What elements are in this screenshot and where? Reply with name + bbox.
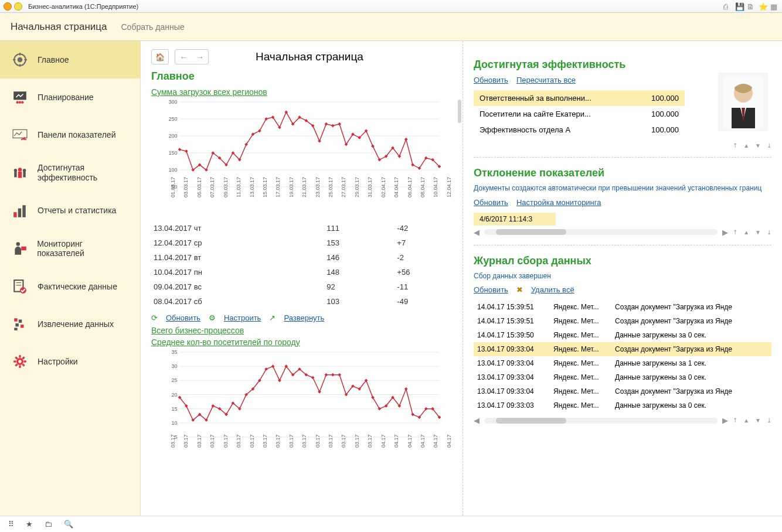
nav-back-forward[interactable]: ←→ xyxy=(175,49,209,64)
sidebar-item-planning[interactable]: Планирование xyxy=(0,79,140,116)
page-title: Начальная страница xyxy=(256,50,363,63)
chart1-title-link[interactable]: Сумма загрузок всех регионов xyxy=(151,87,267,97)
sidebar-item-main[interactable]: Главное xyxy=(0,41,140,79)
scrollbar[interactable] xyxy=(458,100,461,123)
search-icon[interactable]: 🔍 xyxy=(64,520,73,528)
refresh-link[interactable]: Обновить xyxy=(166,313,200,322)
svg-rect-142 xyxy=(411,413,414,417)
svg-rect-29 xyxy=(15,323,18,326)
dev-nav-arrows[interactable]: ⤒▲▼⤓ xyxy=(733,229,771,236)
scroll-right-icon[interactable]: ▶ xyxy=(722,416,728,425)
chart2-xaxis: 03.1703.1703.1703.1703.1703.1703.1703.17… xyxy=(151,442,452,448)
svg-rect-87 xyxy=(404,138,408,141)
svg-rect-74 xyxy=(318,139,321,143)
svg-text:10: 10 xyxy=(171,420,177,426)
sidebar-item-monitoring[interactable]: Мониторинг показателей xyxy=(0,230,140,268)
header-collect-data-link[interactable]: Собрать данные xyxy=(121,22,185,32)
dev-refresh-link[interactable]: Обновить xyxy=(474,198,508,207)
panel-journal: Журнал сбора данных Сбор данных завершен… xyxy=(474,245,771,434)
table-row[interactable]: 14.04.17 15:39:51Яндекс. Мет...Создан до… xyxy=(474,314,771,328)
horizontal-scrollbar[interactable] xyxy=(484,418,718,424)
sidebar-item-dashboards[interactable]: Панели показателей xyxy=(0,116,140,154)
svg-line-39 xyxy=(15,364,17,366)
presentation-icon xyxy=(11,88,29,107)
table-row[interactable]: 13.04.2017 чт111-42 xyxy=(151,221,452,236)
bp-link[interactable]: Всего бизнес-процессов xyxy=(151,326,244,335)
table-row[interactable]: 08.04.2017 сб103-49 xyxy=(151,294,452,309)
table-row[interactable]: 13.04.17 09:33:03Яндекс. Мет...Данные за… xyxy=(474,398,771,412)
table-row[interactable]: 12.04.2017 ср153+7 xyxy=(151,236,452,250)
dev-settings-link[interactable]: Настройка мониторинга xyxy=(516,198,601,207)
target-icon xyxy=(11,50,29,69)
sidebar-item-reports[interactable]: Отчеты и статистика xyxy=(0,192,140,230)
header-active-page[interactable]: Начальная страница xyxy=(11,21,107,33)
svg-rect-121 xyxy=(271,364,275,368)
table-row[interactable]: 10.04.2017 пн148+56 xyxy=(151,265,452,279)
sidebar-item-settings[interactable]: Настройки xyxy=(0,343,140,380)
svg-rect-27 xyxy=(14,318,17,321)
list-item[interactable]: Посетители на сайте Екатери...100.000 xyxy=(474,106,685,122)
journal-nav-arrows[interactable]: ⤒▲▼⤓ xyxy=(733,417,771,424)
svg-point-8 xyxy=(19,101,21,104)
svg-rect-75 xyxy=(325,122,328,126)
svg-point-12 xyxy=(18,168,22,172)
print-icon[interactable]: ⎙ xyxy=(723,2,732,11)
deviation-row-peek[interactable]: 4/6/2017 11:14:3 xyxy=(474,213,556,226)
svg-line-40 xyxy=(22,357,24,359)
sidebar-item-extraction[interactable]: Извлечение данных xyxy=(0,305,140,343)
sidebar-item-label: Настройки xyxy=(38,357,78,367)
svg-rect-30 xyxy=(21,325,23,328)
guard-icon xyxy=(11,239,29,258)
titlebar-actions: ⎙ 💾 🗎 ⭐ ▦ xyxy=(723,2,778,11)
clipboard-icon[interactable]: 🗀 xyxy=(45,520,52,528)
grid-icon[interactable]: ▦ xyxy=(770,2,778,11)
chart2-title-link[interactable]: Среднее кол-во посетителей по городу xyxy=(151,337,300,347)
scroll-right-icon[interactable]: ▶ xyxy=(722,228,728,237)
home-button[interactable]: 🏠 xyxy=(151,49,169,64)
section-main-title: Главное xyxy=(151,70,452,83)
svg-rect-28 xyxy=(19,320,22,323)
journal-refresh-link[interactable]: Обновить xyxy=(474,285,508,294)
sidebar-item-efficiency[interactable]: Достигнутая эффективность xyxy=(0,154,140,192)
table-row[interactable]: 13.04.17 09:33:04Яндекс. Мет...Данные за… xyxy=(474,370,771,384)
table-row[interactable]: 09.04.2017 вс92-11 xyxy=(151,279,452,294)
page-icon[interactable]: 🗎 xyxy=(747,2,755,11)
svg-text:30: 30 xyxy=(171,363,177,369)
eff-nav-arrows[interactable]: ⤒▲▼⤓ xyxy=(474,142,771,149)
eff-refresh-link[interactable]: Обновить xyxy=(474,76,508,84)
save-icon[interactable]: 💾 xyxy=(735,2,743,11)
table-row[interactable]: 13.04.17 09:33:04Яндекс. Мет...Создан до… xyxy=(474,342,771,356)
table-row[interactable]: 11.04.2017 вт146-2 xyxy=(151,250,452,265)
svg-rect-88 xyxy=(411,163,414,166)
table-row[interactable]: 14.04.17 15:39:51Яндекс. Мет...Создан до… xyxy=(474,300,771,314)
document-check-icon xyxy=(11,277,29,296)
gear-icon xyxy=(11,352,29,371)
summary-table: 13.04.2017 чт111-4212.04.2017 ср153+711.… xyxy=(151,221,452,309)
table-row[interactable]: 13.04.17 09:33:04Яндекс. Мет...Данные за… xyxy=(474,356,771,370)
expand-link[interactable]: Развернуть xyxy=(284,313,324,322)
chart1-svg: 50100150200250300 xyxy=(151,99,452,190)
apps-icon[interactable]: ⠿ xyxy=(8,520,14,528)
svg-rect-128 xyxy=(318,390,321,394)
list-item[interactable]: Эффективность отдела А100.000 xyxy=(474,122,685,138)
arrow-first-icon: ⤒ xyxy=(733,142,737,149)
sidebar-item-actual-data[interactable]: Фактические данные xyxy=(0,268,140,305)
svg-rect-122 xyxy=(278,379,281,383)
horizontal-scrollbar[interactable] xyxy=(484,229,718,235)
configure-link[interactable]: Настроить xyxy=(224,313,261,322)
table-row[interactable]: 14.04.17 15:39:50Яндекс. Мет...Данные за… xyxy=(474,328,771,342)
deviation-desc: Документы создаются автоматически при пр… xyxy=(474,184,771,193)
star-icon[interactable]: ⭐ xyxy=(759,2,767,11)
list-item[interactable]: Ответственный за выполнени...100.000 xyxy=(474,90,685,106)
window-title: Бизнес-аналитика (1С:Предприятие) xyxy=(28,3,138,10)
scroll-left-icon[interactable]: ◀ xyxy=(474,416,480,425)
arrow-right-icon: → xyxy=(196,53,204,62)
journal-delete-link[interactable]: Удалить всё xyxy=(531,285,574,294)
table-row[interactable]: 13.04.17 09:33:04Яндекс. Мет...Создан до… xyxy=(474,384,771,398)
scroll-left-icon[interactable]: ◀ xyxy=(474,228,480,237)
favorite-icon[interactable]: ★ xyxy=(26,520,33,528)
sidebar-item-label: Достигнутая эффективность xyxy=(38,163,97,183)
app-dropdown-icon[interactable] xyxy=(14,2,22,11)
sidebar-item-label: Мониторинг показателей xyxy=(37,239,130,259)
eff-recalc-link[interactable]: Пересчитать все xyxy=(516,76,576,84)
